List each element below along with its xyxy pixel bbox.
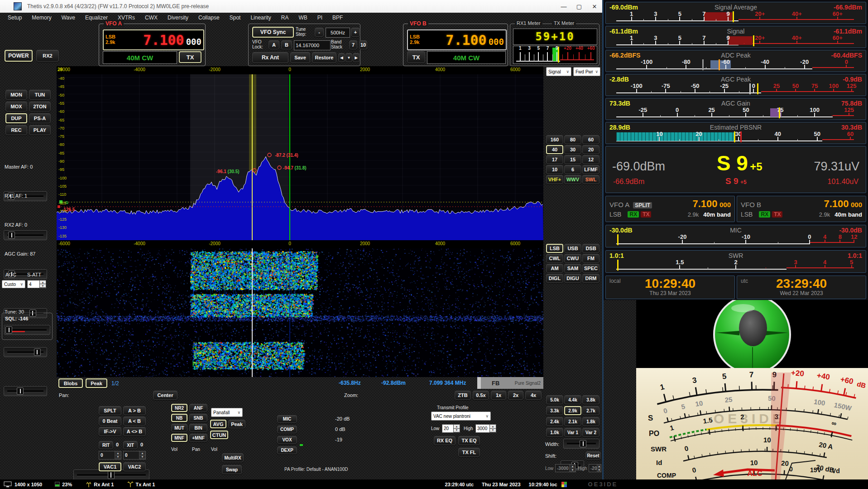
filter-button-var-2[interactable]: Var 2 [582,428,599,437]
vfo-op-a-b[interactable]: A > B [123,406,146,415]
minimize-button[interactable]: — [556,0,571,13]
left-button-mox[interactable]: MOX [5,102,27,111]
vfo-sync-button[interactable]: VFO Sync [252,27,294,38]
zoom-preset-2x[interactable]: 2x [508,391,523,400]
filter-button-4-4k[interactable]: 4.4k [564,395,581,404]
band-button-vhf+[interactable]: VHF+ [546,175,563,184]
vfo-b-tx-button[interactable]: TX [407,51,425,63]
tx-fl-button[interactable]: TX FL [458,448,480,457]
up-arrow-icon[interactable]: ▲ [139,451,145,455]
menu-item-ra[interactable]: RA [276,15,294,21]
tx-low-spinner[interactable]: 20▲▼ [442,424,460,433]
close-button[interactable]: ✕ [587,0,602,13]
menu-item-pi[interactable]: PI [312,15,327,21]
tx-high-spinner[interactable]: 3000▲▼ [475,424,496,433]
menu-item-cwx[interactable]: CWX [140,15,163,21]
dexp-button[interactable]: DEXP [277,446,297,454]
blobs-button[interactable]: Blobs [58,378,83,388]
avg-button[interactable]: AVG [210,420,226,428]
mode-button-digu[interactable]: DIGU [564,274,581,283]
display-mode-select[interactable]: Panafall∨ [211,408,243,417]
left-button-dup[interactable]: DUP [5,113,27,123]
vfo-lock-a-button[interactable]: A [269,40,279,49]
filter-button-2-9k[interactable]: 2.9k [564,406,581,415]
filter-button-1-8k[interactable]: 1.8k [582,417,599,426]
down-arrow-icon[interactable]: ▼ [139,455,145,460]
multirx-button[interactable]: MultiRX [222,453,244,462]
band-stack-7-button[interactable]: 7 [349,40,357,49]
vfo-op-a-b[interactable]: A < B [123,416,146,426]
band-button-wwv[interactable]: WWV [564,175,581,184]
band-button-80[interactable]: 80 [564,135,581,144]
mode-button-digl[interactable]: DIGL [546,274,563,283]
maximize-button[interactable]: ▢ [571,0,587,13]
band-button-17[interactable]: 17 [546,155,563,164]
menu-item-xvtrs[interactable]: XVTRs [113,15,140,21]
filter-button-1-0k[interactable]: 1.0k [546,428,563,437]
feedback-bar[interactable]: FB Pure Signal2 [477,377,543,389]
filter-low-spinner[interactable]: -3000▲▼ [555,464,576,472]
band-button-15[interactable]: 15 [564,155,581,164]
dsp-button-anf[interactable]: ANF [189,404,207,412]
vfo-op-a-b[interactable]: A <> B [123,427,146,436]
xit-spinner-arrows[interactable]: ▲▼ [139,451,145,459]
rx-eq-button[interactable]: RX EQ [434,436,456,445]
band-button-swl[interactable]: SWL [582,175,599,184]
vfo-op-splt[interactable]: SPLT [99,406,121,415]
rx2-button[interactable]: RX2 [36,50,59,62]
xit-spinner[interactable]: 0▲▼ [123,451,146,460]
filter-width-slider[interactable] [563,439,599,449]
save-button[interactable]: Save [290,52,310,63]
tray-icon[interactable] [561,481,567,488]
filter-button-2-7k[interactable]: 2.7k [582,406,599,415]
mode-button-drm[interactable]: DRM [582,274,599,283]
menu-item-wave[interactable]: Wave [57,15,80,21]
band-button-60[interactable]: 60 [582,135,599,144]
rit-spinner[interactable]: 0▲▼ [99,451,121,460]
menu-item-collapse[interactable]: Collapse [193,15,225,21]
mode-button-cwl[interactable]: CWL [546,254,563,263]
dsp-button-bin[interactable]: BIN [189,424,207,432]
filter-button-3-3k[interactable]: 3.3k [546,406,563,415]
menu-item-equalizer[interactable]: Equalizer [80,15,113,21]
zoom-preset-1x[interactable]: 1x [491,391,506,400]
zoom-preset-4x[interactable]: 4x [525,391,542,400]
down-arrow-icon[interactable]: ▼ [115,455,121,460]
band-button-lfmf[interactable]: LFMF [582,165,599,174]
band-button-30[interactable]: 30 [564,145,581,154]
slider-thumb[interactable] [34,349,41,356]
vfo-op-0-beat[interactable]: 0 Beat [99,416,121,426]
mic-button[interactable]: MIC [277,415,297,423]
swap-button[interactable]: Swap [222,465,242,474]
left-button-rec[interactable]: REC [5,125,27,135]
mode-button-dsb[interactable]: DSB [582,244,599,253]
dsp-button-nb[interactable]: NB [171,414,187,422]
filter-button-2-4k[interactable]: 2.4k [546,417,563,426]
spectrum-freq-scale-mid[interactable]: -6000-4000-20000200040006000 [57,240,543,248]
drive-slider[interactable] [4,347,47,357]
slider-thumb[interactable] [8,232,15,239]
filter-button-5-0k[interactable]: 5.0k [546,395,563,404]
peak-hold-button[interactable]: Peak [228,420,245,428]
vfo-b-frequency[interactable]: 7.100 [446,32,486,48]
vfo-b-frequency-small[interactable]: 000 [489,37,504,47]
comp-button[interactable]: COMP [277,426,297,433]
left-button-play[interactable]: PLAY [29,125,51,135]
tx-eq-button[interactable]: TX EQ [458,436,480,445]
band-button-40[interactable]: 40 [546,145,563,154]
band-button-10[interactable]: 10 [546,165,563,174]
menu-item-linearity[interactable]: Linearity [245,15,276,21]
band-right-arrow-button[interactable]: ▶ [353,53,360,62]
zoom-preset-ztb[interactable]: ZTB [455,391,471,400]
vfo-lock-b-button[interactable]: B [281,40,292,49]
mode-button-cwu[interactable]: CWU [564,254,581,263]
rit-button[interactable]: RIT [99,441,113,449]
band-button-12[interactable]: 12 [582,155,599,164]
menu-item-wb[interactable]: WB [293,15,312,21]
mode-button-usb[interactable]: USB [564,244,581,253]
spectrum-freq-scale-top[interactable]: 29-6000-4000-20000200040006000 [57,66,543,74]
vac2-button[interactable]: VAC2 [123,462,146,471]
mode-button-am[interactable]: AM [546,264,563,273]
menu-item-spot[interactable]: Spot [225,15,246,21]
vox-button[interactable]: VOX [277,436,297,444]
